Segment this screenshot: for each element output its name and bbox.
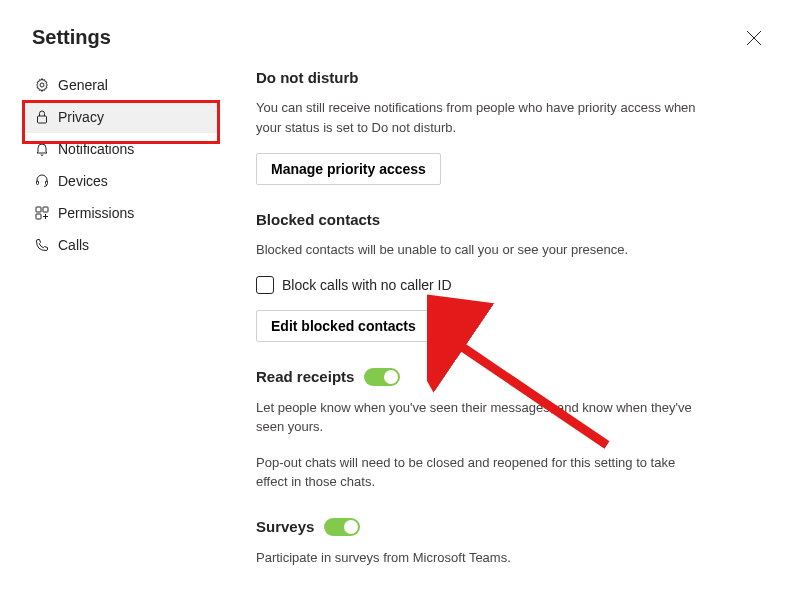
surveys-toggle[interactable] (324, 518, 360, 536)
section-read-receipts: Read receipts Let people know when you'v… (256, 368, 708, 492)
edit-blocked-contacts-button[interactable]: Edit blocked contacts (256, 310, 431, 342)
sidebar-item-privacy[interactable]: Privacy (24, 101, 220, 133)
section-do-not-disturb: Do not disturb You can still receive not… (256, 69, 708, 185)
svg-rect-6 (36, 207, 41, 212)
section-description: Blocked contacts will be unable to call … (256, 240, 708, 260)
settings-main: Do not disturb You can still receive not… (220, 69, 740, 593)
section-surveys: Surveys Participate in surveys from Micr… (256, 518, 708, 568)
lock-icon (34, 109, 50, 125)
settings-header: Settings (0, 0, 797, 69)
section-description: You can still receive notifications from… (256, 98, 708, 137)
checkbox-label: Block calls with no caller ID (282, 277, 452, 293)
toggle-label: Surveys (256, 518, 314, 535)
sidebar-item-label: Privacy (58, 109, 104, 125)
section-title: Do not disturb (256, 69, 708, 86)
headset-icon (34, 173, 50, 189)
close-button[interactable] (743, 27, 765, 49)
sidebar-item-label: Devices (58, 173, 108, 189)
toggle-label: Read receipts (256, 368, 354, 385)
svg-rect-8 (36, 214, 41, 219)
page-title: Settings (32, 26, 111, 49)
section-description: Let people know when you've seen their m… (256, 398, 708, 437)
phone-icon (34, 237, 50, 253)
svg-rect-7 (43, 207, 48, 212)
block-no-caller-id-checkbox[interactable]: Block calls with no caller ID (256, 276, 708, 294)
sidebar-item-devices[interactable]: Devices (24, 165, 220, 197)
sidebar-item-label: Permissions (58, 205, 134, 221)
svg-point-2 (40, 83, 44, 87)
section-blocked-contacts: Blocked contacts Blocked contacts will b… (256, 211, 708, 342)
settings-sidebar: General Privacy Notifications (24, 69, 220, 593)
checkbox-box (256, 276, 274, 294)
apps-icon (34, 205, 50, 221)
section-description: Participate in surveys from Microsoft Te… (256, 548, 708, 568)
manage-priority-access-button[interactable]: Manage priority access (256, 153, 441, 185)
sidebar-item-label: General (58, 77, 108, 93)
close-icon (747, 31, 761, 45)
sidebar-item-label: Notifications (58, 141, 134, 157)
sidebar-item-calls[interactable]: Calls (24, 229, 220, 261)
sidebar-item-general[interactable]: General (24, 69, 220, 101)
sidebar-item-permissions[interactable]: Permissions (24, 197, 220, 229)
section-title: Blocked contacts (256, 211, 708, 228)
bell-icon (34, 141, 50, 157)
gear-icon (34, 77, 50, 93)
sidebar-item-notifications[interactable]: Notifications (24, 133, 220, 165)
section-description: Pop-out chats will need to be closed and… (256, 453, 708, 492)
svg-rect-3 (38, 116, 47, 123)
read-receipts-toggle[interactable] (364, 368, 400, 386)
sidebar-item-label: Calls (58, 237, 89, 253)
